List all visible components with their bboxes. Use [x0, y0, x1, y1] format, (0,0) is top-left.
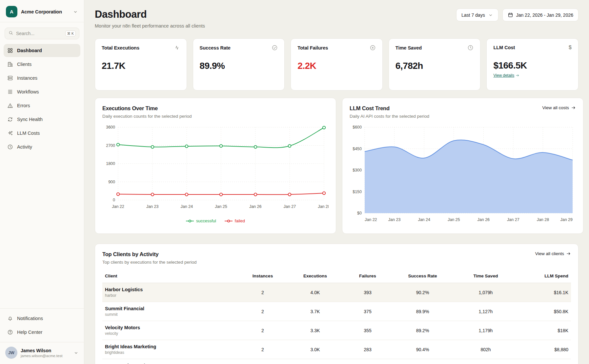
user-menu[interactable]: JW James Wilson james.wilson@acme.test: [0, 342, 84, 364]
sidebar-item-label: Dashboard: [17, 48, 42, 53]
svg-text:900: 900: [108, 180, 115, 184]
svg-text:$450: $450: [353, 147, 362, 151]
instances-cell: 2: [238, 359, 287, 364]
instances-icon: [7, 75, 13, 81]
stat-card-time-saved: Time Saved6,782h: [389, 38, 481, 91]
client-slug: summit: [105, 312, 235, 317]
svg-text:$300: $300: [353, 168, 362, 172]
svg-text:Jan 23: Jan 23: [146, 204, 159, 209]
svg-text:Jan 27: Jan 27: [507, 217, 519, 222]
sidebar-item-dashboard[interactable]: Dashboard: [4, 44, 80, 57]
sidebar-item-clients[interactable]: Clients: [4, 58, 80, 71]
table-row[interactable]: Summit Financialsummit23.7K37589.9%1,127…: [102, 302, 571, 321]
executions-line-chart: 0900180027003600Jan 22Jan 23Jan 24Jan 25…: [102, 124, 329, 215]
executions-cell: 4.0K: [287, 283, 343, 302]
table-row[interactable]: Bright Ideas Marketingbrightideas23.0K28…: [102, 340, 571, 359]
instances-cell: 2: [238, 340, 287, 359]
sidebar-item-activity[interactable]: Activity: [4, 140, 80, 153]
sidebar-item-workflows[interactable]: Workflows: [4, 85, 80, 98]
org-switcher[interactable]: A Acme Corporation: [0, 0, 84, 22]
svg-text:3600: 3600: [106, 125, 115, 130]
sidebar-item-notifications[interactable]: Notifications: [4, 312, 80, 325]
sparkles-icon: [7, 130, 13, 136]
executions-cell: 3.7K: [287, 302, 343, 321]
client-cell: Harbor Logisticsharbor: [102, 283, 238, 302]
stat-value: $166.5K: [493, 60, 572, 71]
client-name: Harbor Logistics: [105, 287, 235, 292]
time-saved-cell: 739h: [453, 359, 518, 364]
stats-row: Total Executions21.7KSuccess Rate89.9%To…: [95, 38, 579, 91]
sync-icon: [7, 116, 13, 122]
table-title: Top Clients by Activity: [102, 251, 196, 257]
svg-text:Jan 25: Jan 25: [215, 204, 227, 209]
legend-item-successful: successful: [186, 218, 216, 223]
arrow-right-icon: [571, 105, 576, 110]
time-saved-cell: 1,179h: [453, 321, 518, 340]
stat-label: Total Executions: [102, 45, 139, 51]
sidebar-item-sync-health[interactable]: Sync Health: [4, 113, 80, 126]
svg-text:Jan 22: Jan 22: [112, 204, 124, 209]
legend-item-failed: failed: [225, 218, 245, 223]
clock-icon: [7, 144, 13, 150]
sidebar-item-label: Errors: [17, 103, 30, 108]
svg-text:Jan 25: Jan 25: [448, 217, 460, 222]
stat-card-llm-cost: LLM Cost$$166.5KView details: [486, 38, 579, 91]
clients-table: ClientInstancesExecutionsFailuresSuccess…: [102, 269, 571, 364]
view-all-clients-link[interactable]: View all clients: [535, 251, 571, 256]
sidebar-item-help-center[interactable]: Help Center: [4, 326, 80, 339]
instances-cell: 2: [238, 302, 287, 321]
sidebar-item-label: Activity: [17, 144, 32, 150]
svg-text:$0: $0: [357, 211, 362, 215]
date-range-picker[interactable]: Jan 22, 2026 - Jan 29, 2026: [502, 9, 579, 21]
chart-title: LLM Cost Trend: [350, 105, 429, 111]
view-details-link[interactable]: View details: [493, 73, 519, 78]
stat-card-success-rate: Success Rate89.9%: [193, 38, 285, 91]
executions-cell: 3.3K: [287, 321, 343, 340]
llm-cost-area-chart: $0$150$300$450$600Jan 22Jan 23Jan 24Jan …: [350, 124, 576, 222]
success-rate-cell: 89.2%: [392, 321, 453, 340]
chevron-down-icon: [73, 350, 79, 355]
sidebar-item-label: Workflows: [17, 89, 39, 94]
column-header-executions: Executions: [287, 269, 343, 283]
stat-value: 89.9%: [200, 61, 278, 71]
failures-cell: 255: [343, 359, 392, 364]
sidebar-item-llm-costs[interactable]: LLM Costs: [4, 127, 80, 140]
search-input[interactable]: [16, 31, 63, 36]
org-name: Acme Corporation: [21, 9, 62, 14]
sidebar: A Acme Corporation ⌘ K DashboardClientsI…: [0, 0, 84, 364]
chart-subtitle: Daily execution counts for the selected …: [102, 114, 192, 119]
sidebar-item-label: Notifications: [17, 316, 43, 321]
date-range-value: Jan 22, 2026 - Jan 29, 2026: [516, 12, 573, 18]
stat-label: Time Saved: [396, 45, 422, 51]
search-box[interactable]: ⌘ K: [5, 28, 79, 39]
table-row[interactable]: GreenLeaf Organicsgreenleaf22.9K25590.3%…: [102, 359, 571, 364]
arrow-right-icon: [566, 251, 571, 256]
user-email: james.wilson@acme.test: [21, 354, 62, 358]
table-row[interactable]: Velocity Motorsvelocity23.3K35589.2%1,17…: [102, 321, 571, 340]
svg-text:Jan 28: Jan 28: [537, 217, 549, 222]
stat-label: Success Rate: [200, 45, 231, 51]
sidebar-nav: DashboardClientsInstancesWorkflowsErrors…: [0, 41, 84, 157]
success-rate-cell: 90.4%: [392, 340, 453, 359]
period-select[interactable]: Last 7 days: [456, 9, 498, 21]
column-header-spend: LLM Spend: [518, 269, 571, 283]
page-subtitle: Monitor your n8n fleet performance acros…: [95, 23, 205, 29]
legend-marker-icon: [225, 219, 233, 223]
table-row[interactable]: Harbor Logisticsharbor24.0K39390.2%1,079…: [102, 283, 571, 302]
chevron-down-icon: [73, 9, 78, 14]
sidebar-item-instances[interactable]: Instances: [4, 71, 80, 85]
search-shortcut-badge: ⌘ K: [65, 30, 76, 36]
stat-card-total-failures: Total Failures2.2K: [291, 38, 383, 91]
stat-label: LLM Cost: [493, 45, 515, 50]
stat-value: 21.7K: [102, 61, 180, 71]
client-cell: Bright Ideas Marketingbrightideas: [102, 340, 238, 359]
failures-cell: 355: [343, 321, 392, 340]
view-all-costs-link[interactable]: View all costs: [542, 105, 576, 110]
sidebar-item-errors[interactable]: Errors: [4, 99, 80, 112]
svg-text:Jan 29: Jan 29: [560, 217, 573, 222]
client-cell: GreenLeaf Organicsgreenleaf: [102, 359, 238, 364]
llm-spend-cell: $18K: [518, 321, 571, 340]
svg-text:$150: $150: [353, 190, 362, 194]
client-name: Summit Financial: [105, 306, 235, 311]
sidebar-item-label: Clients: [17, 62, 31, 67]
